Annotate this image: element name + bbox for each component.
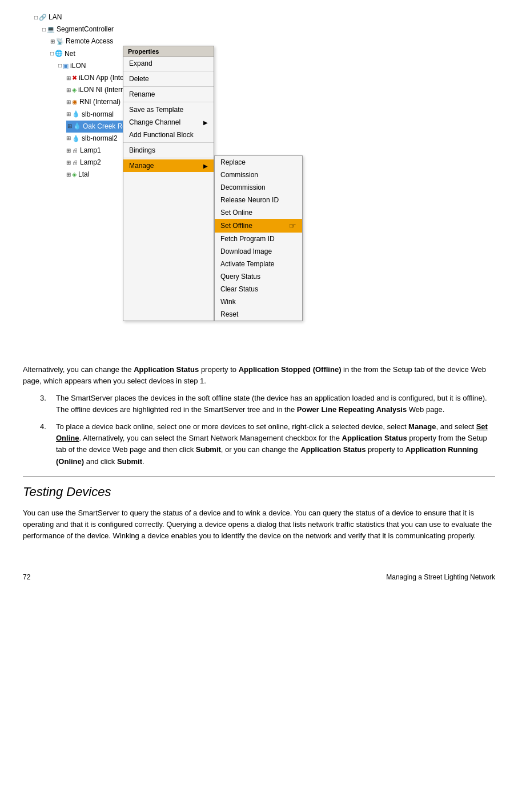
item-number-3: 3. xyxy=(40,393,50,415)
menu-separator-5 xyxy=(123,158,214,158)
footer-right-text: Managing a Street Lighting Network xyxy=(386,573,495,581)
menu-item-add-functional[interactable]: Add Functional Block xyxy=(123,129,214,141)
expander-lamp2[interactable]: ⊞ xyxy=(66,158,71,167)
label-remote: Remote Access xyxy=(66,36,113,47)
label-segctrl: SegmentController xyxy=(57,24,114,35)
label-net: Net xyxy=(65,49,75,59)
menu-item-delete[interactable]: Delete xyxy=(123,73,214,85)
menu-separator-2 xyxy=(123,86,214,87)
numbered-list: 3. The SmartServer places the devices in… xyxy=(40,393,495,467)
bold-power-line: Power Line Repeating Analysis xyxy=(297,405,407,414)
expander-slb1[interactable]: ⊞ xyxy=(66,110,71,119)
page-number: 72 xyxy=(23,573,30,581)
submenu-item-decommission[interactable]: Decommission xyxy=(215,181,302,194)
bold-submit-2: Submit xyxy=(117,457,142,466)
section-heading-testing: Testing Devices xyxy=(23,482,495,502)
tree-item-segctrl[interactable]: □ 💻 SegmentController xyxy=(42,23,168,35)
expander-lon[interactable]: □ xyxy=(58,61,62,70)
submenu-item-download-image[interactable]: Download Image xyxy=(215,245,302,258)
page-content: □ 🔗 LAN □ 💻 SegmentController ⊞ 📡 Remote… xyxy=(23,6,495,581)
item-text-4: To place a device back online, select on… xyxy=(56,421,495,467)
submenu-item-release-neuron[interactable]: Release Neuron ID xyxy=(215,194,302,206)
expander-net[interactable]: □ xyxy=(50,49,54,58)
label-lamp2: Lamp2 xyxy=(80,157,101,168)
submenu-item-fetch-program[interactable]: Fetch Program ID xyxy=(215,233,302,245)
label-slb2: slb-normal2 xyxy=(82,133,118,144)
submenu-item-reset[interactable]: Reset xyxy=(215,308,302,321)
expander-app[interactable]: ⊞ xyxy=(66,74,71,83)
menu-item-bindings[interactable]: Bindings xyxy=(123,144,214,157)
submenu-item-replace[interactable]: Replace xyxy=(215,156,302,169)
label-rni: RNI (Internal) xyxy=(79,97,121,107)
icon-lamp2: 🖨 xyxy=(72,158,78,168)
icon-slb1: 💧 xyxy=(72,109,80,119)
menu-item-manage[interactable]: Manage ▶ xyxy=(123,159,214,172)
icon-app: ✖ xyxy=(72,73,77,83)
label-slb1: slb-normal xyxy=(82,109,114,120)
submenu-item-set-offline[interactable]: Set Offline ☞ xyxy=(215,219,302,233)
context-menu-container: Properties Expand Delete Rename Save as … xyxy=(123,46,303,321)
icon-net: 🌐 xyxy=(55,49,63,59)
submenu-item-set-online[interactable]: Set Online xyxy=(215,206,302,219)
manage-submenu: Replace Commission Decommission Release … xyxy=(214,155,303,321)
main-context-menu: Properties Expand Delete Rename Save as … xyxy=(123,46,214,321)
cursor-indicator: ☞ xyxy=(289,221,296,230)
icon-lamp1: 🖨 xyxy=(72,146,78,156)
menu-item-change-channel[interactable]: Change Channel ▶ xyxy=(123,116,214,129)
page-footer: 72 Managing a Street Lighting Network xyxy=(23,570,495,581)
submenu-item-query-status[interactable]: Query Status xyxy=(215,270,302,283)
bold-submit-1: Submit xyxy=(196,445,221,454)
icon-rni: ◉ xyxy=(72,97,78,107)
section-divider xyxy=(23,476,495,477)
menu-item-save-template[interactable]: Save as Template xyxy=(123,103,214,116)
bold-app-status-1: Application Status xyxy=(134,365,199,374)
numbered-item-3: 3. The SmartServer places the devices in… xyxy=(40,393,495,415)
arrow-change-channel: ▶ xyxy=(203,119,208,126)
menu-separator-4 xyxy=(123,142,214,143)
submenu-item-clear-status[interactable]: Clear Status xyxy=(215,283,302,295)
icon-ltal: ◈ xyxy=(72,170,77,180)
submenu-item-activate-template[interactable]: Activate Template xyxy=(215,258,302,270)
menu-separator-1 xyxy=(123,71,214,71)
menu-header-properties: Properties xyxy=(123,46,214,57)
expander-slb2[interactable]: ⊞ xyxy=(66,134,71,143)
menu-item-rename[interactable]: Rename xyxy=(123,88,214,101)
bold-app-status-2: Application Status xyxy=(342,434,407,442)
menu-separator-3 xyxy=(123,102,214,102)
para-alternatively: Alternatively, you can change the Applic… xyxy=(23,364,495,387)
label-ltal: Ltal xyxy=(78,169,89,180)
expander-ltal[interactable]: ⊞ xyxy=(66,170,71,179)
expander-rni[interactable]: ⊞ xyxy=(66,98,71,107)
document-text: Alternatively, you can change the Applic… xyxy=(23,364,495,548)
tree-item-lan[interactable]: □ 🔗 LAN xyxy=(34,11,168,23)
arrow-manage: ▶ xyxy=(203,163,208,169)
icon-remote: 📡 xyxy=(56,37,64,47)
expander-lan[interactable]: □ xyxy=(34,13,38,22)
label-lamp1: Lamp1 xyxy=(80,145,101,156)
bold-app-stopped: Application Stopped (Offline) xyxy=(239,365,342,374)
numbered-item-4: 4. To place a device back online, select… xyxy=(40,421,495,467)
bold-app-status-3: Application Status xyxy=(300,445,366,454)
icon-slb2: 💧 xyxy=(72,134,80,144)
label-lan: LAN xyxy=(49,12,62,23)
icon-lan: 🔗 xyxy=(39,13,47,23)
expander-segctrl[interactable]: □ xyxy=(42,25,46,34)
tree-and-menu-section: □ 🔗 LAN □ 💻 SegmentController ⊞ 📡 Remote… xyxy=(34,11,495,181)
item-number-4: 4. xyxy=(40,421,50,467)
label-lon: iLON xyxy=(70,61,86,71)
icon-oak: 💧 xyxy=(73,121,81,131)
submenu-item-wink[interactable]: Wink xyxy=(215,295,302,308)
icon-ni: ◈ xyxy=(72,85,77,95)
section-para-testing: You can use the SmartServer to query the… xyxy=(23,507,495,542)
icon-segctrl: 💻 xyxy=(47,25,55,35)
menu-item-expand[interactable]: Expand xyxy=(123,57,214,70)
expander-lamp1[interactable]: ⊞ xyxy=(66,146,71,155)
bold-manage: Manage xyxy=(408,422,436,431)
expander-remote[interactable]: ⊞ xyxy=(50,37,55,46)
item-text-3: The SmartServer places the devices in th… xyxy=(56,393,495,415)
icon-lon: ▣ xyxy=(63,61,69,71)
submenu-item-commission[interactable]: Commission xyxy=(215,169,302,181)
expander-ni[interactable]: ⊞ xyxy=(66,86,71,95)
expander-oak[interactable]: ⊞ xyxy=(67,122,72,131)
